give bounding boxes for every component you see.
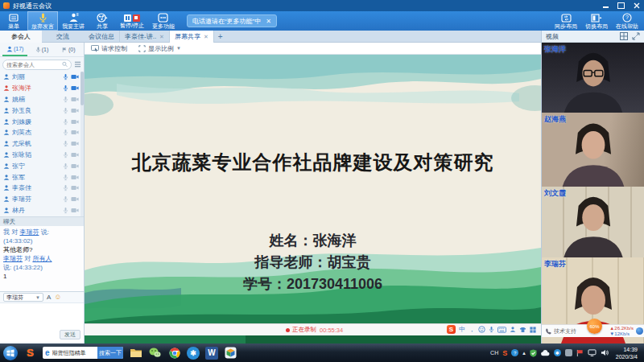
word-icon[interactable]: W [205,347,218,360]
participant-row[interactable]: 张海洋 [0,83,84,94]
expand-icon[interactable] [632,32,640,40]
action-center-flag-icon[interactable] [576,349,584,357]
filter-all-participants[interactable]: (17) [2,43,27,56]
be-presenter-button[interactable]: 我要主讲 [58,11,89,31]
list-view-icon[interactable] [74,61,81,68]
mic-icon[interactable] [63,174,68,181]
camera-icon[interactable] [71,74,79,80]
display-ratio-button[interactable]: 显示比例 ▼ [138,44,181,53]
tab-exchange[interactable]: 交流 [42,31,84,43]
cloud-tray-icon[interactable] [541,350,550,356]
accelerator-ball[interactable]: 60% [587,319,602,334]
mic-icon[interactable] [63,195,68,203]
ime-voice-icon[interactable] [489,326,494,333]
camera-icon[interactable] [71,119,79,125]
close-button[interactable] [632,2,641,9]
pause-stop-button[interactable]: 暂停/停止 [116,11,148,31]
camera-icon[interactable] [71,141,79,146]
mic-icon[interactable] [63,73,68,80]
video-tile[interactable]: 刘文霞 [542,187,644,257]
participant-row[interactable]: 李奈佳 [0,183,84,194]
camera-icon[interactable] [71,185,79,191]
search-box[interactable] [2,60,72,70]
taskbar-search-text[interactable]: 期货恒指精单 [52,349,97,357]
camera-icon[interactable] [71,85,79,91]
more-features-button[interactable]: 更多功能 [148,11,179,31]
language-indicator[interactable]: CH [490,350,498,356]
participant-row[interactable]: 张军 [0,171,84,183]
layout-grid-icon[interactable] [620,32,628,40]
mic-icon[interactable] [63,151,68,158]
request-control-button[interactable]: 请求控制 [91,44,127,53]
camera-icon[interactable] [71,130,79,135]
sync-layout-button[interactable]: 同步布局 [551,11,581,31]
camera-icon[interactable] [71,108,79,113]
ime-toolbox-icon[interactable] [530,327,536,333]
qq-tray-icon[interactable]: ? [511,349,518,356]
mic-icon[interactable] [63,207,68,214]
speaker-icon[interactable] [601,349,609,356]
ime-language-toggle[interactable]: 中 [459,325,465,334]
camera-icon[interactable] [71,196,79,202]
camera-icon[interactable] [71,152,79,158]
maximize-button[interactable] [617,2,625,9]
camera-icon[interactable] [71,97,79,102]
sogou-ime-icon[interactable]: S [447,325,456,334]
participant-row[interactable]: 刘姝媛 [0,116,84,127]
taskbar-clock[interactable]: 14:39 2020/3/4 [613,346,641,360]
chat-target-link[interactable]: 李瑞芬 [19,228,39,236]
tab-meeting-info[interactable]: 会议信息 [84,31,120,43]
participant-row[interactable]: 尤采帆 [0,138,84,150]
sogou-tray-icon[interactable]: S [502,349,507,357]
tooltip-close-icon[interactable]: ✕ [266,18,271,25]
online-help-button[interactable]: ? 在线帮助 [612,11,642,31]
tab-participants[interactable]: 参会人 [0,31,42,43]
search-input[interactable] [6,62,62,68]
ime-emoji-icon[interactable] [478,326,485,333]
participant-row[interactable]: 张咏韬 [0,150,84,161]
tab-shared-doc[interactable]: 李奈佳-讲..✕ [120,31,170,43]
wechat-icon[interactable] [148,346,162,360]
tab-close-icon[interactable]: ✕ [159,34,164,40]
mic-icon[interactable] [63,140,68,147]
recipient-select[interactable]: 李瑞芬 ▼ [3,293,43,302]
mic-icon[interactable] [63,184,68,191]
mic-icon[interactable] [63,118,68,125]
video-tile[interactable]: 张海洋 [542,43,644,113]
switch-layout-button[interactable]: 切换布局 [581,11,612,31]
mic-icon[interactable] [63,84,68,92]
font-button[interactable]: A [47,294,51,301]
show-hidden-icons[interactable]: ▴ [522,350,526,356]
camera-icon[interactable] [71,208,79,213]
participant-row[interactable]: 刘英杰 [0,127,84,138]
give-up-speaking-button[interactable]: 放弃发言 [27,11,58,31]
participant-row[interactable]: 李瑞芬 [0,194,84,205]
participant-row[interactable]: 刘丽 [0,72,84,83]
camera-icon[interactable] [71,163,79,169]
camera-icon[interactable] [71,175,79,180]
support-label[interactable]: 技术支持 [554,327,576,335]
ime-account-icon[interactable] [510,326,516,333]
star-tray-icon[interactable]: ✱ [554,349,561,356]
tab-close-icon[interactable]: ✕ [204,34,208,40]
sogou-browser-icon[interactable]: S [23,346,37,360]
chat-target-link[interactable]: 所有人 [32,255,52,262]
participant-row[interactable]: 张宁 [0,160,84,171]
chrome-icon[interactable] [167,346,181,360]
mic-icon[interactable] [63,107,68,114]
ime-skin-icon[interactable] [519,327,526,333]
mic-icon[interactable] [63,129,68,136]
participant-row[interactable]: 林丹 [0,205,84,216]
chat-sender-link[interactable]: 李瑞芬 [3,255,23,262]
chat-text-input[interactable] [0,303,84,327]
start-button[interactable] [3,346,18,360]
mic-icon[interactable] [63,162,68,170]
network-icon[interactable] [588,349,597,356]
send-button[interactable]: 发送 [60,330,80,339]
cube-app-icon[interactable] [224,346,237,360]
tray-app-icon[interactable] [636,327,643,335]
taskbar-search-button[interactable]: 搜索一下 [97,347,123,359]
antivirus-shield-icon[interactable] [530,349,537,357]
star-app-icon[interactable]: ✱ [187,347,200,360]
tab-add-button[interactable]: + [214,31,227,43]
